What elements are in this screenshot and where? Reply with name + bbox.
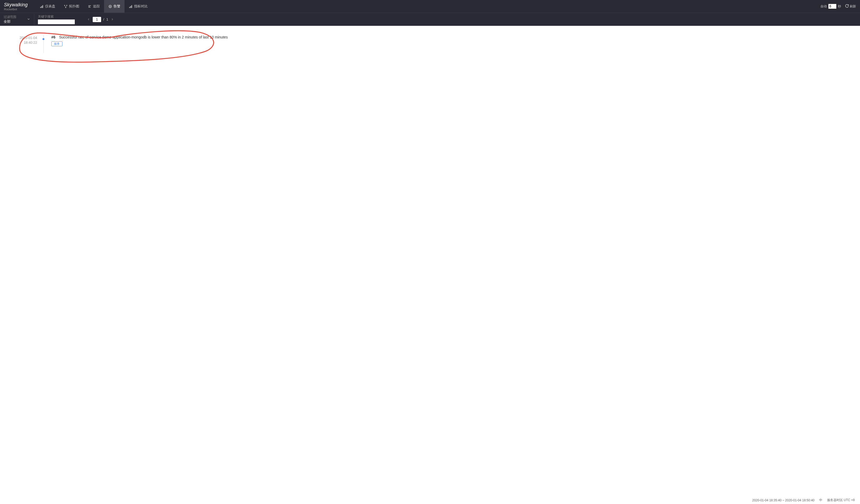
alarm-content: 2020-01-04 18:40:22 #6 Successful rate o… [0,26,860,53]
alarm-date: 2020-01-04 [11,35,37,40]
alarm-icon [108,4,112,8]
alarm-body: #6 Successful rate of service demo-appli… [46,35,849,46]
refresh-label: 刷新 [850,4,856,9]
header-right: 自动 秒 刷新 [820,4,856,9]
nav-label: 指标对比 [134,4,148,9]
logo: Skywalking Rocketbot [4,2,30,11]
keyword-input[interactable] [38,19,75,24]
keyword-search: 关键字搜索 [34,13,78,26]
compare-icon [129,4,132,8]
filter-scope-dropdown[interactable]: 过滤范围 全部 [0,13,34,25]
keyword-label: 关键字搜索 [38,14,75,19]
pagination: / 1 [86,17,115,22]
chart-bar-icon [40,4,43,8]
logo-title: Skywalking [4,2,28,8]
chevron-down-icon [27,17,30,21]
svg-point-4 [110,6,110,6]
page-current-input[interactable] [93,17,101,22]
filter-scope-label: 过滤范围 [4,15,16,19]
trace-icon [88,4,91,8]
page-prev-button[interactable] [86,17,90,21]
nav-alarm[interactable]: 告警 [104,0,125,13]
alarm-message: Successful rate of service demo-applicat… [59,35,228,39]
refresh-button[interactable]: 刷新 [845,4,856,9]
alarm-title: #6 Successful rate of service demo-appli… [51,35,849,39]
nav-label: 仪表盘 [45,4,55,9]
page-total: 1 [106,17,108,21]
alarm-row[interactable]: 2020-01-04 18:40:22 #6 Successful rate o… [11,35,849,46]
alarm-tag: 服务 [51,41,62,46]
topology-icon [64,4,68,8]
auto-seconds-input[interactable] [828,4,836,9]
timeline-dot-icon [43,38,44,40]
nav-label: 拓扑图 [69,4,79,9]
nav-label: 告警 [114,4,120,9]
nav-metrics-compare[interactable]: 指标对比 [125,0,152,13]
timeline [41,35,46,46]
nav-topology[interactable]: 拓扑图 [59,0,84,13]
sub-header: 过滤范围 全部 关键字搜索 / 1 [0,13,860,26]
alarm-number: #6 [51,35,56,39]
alarm-timestamp: 2020-01-04 18:40:22 [11,35,41,46]
alarm-time: 18:40:22 [11,40,37,45]
logo-subtitle: Rocketbot [4,8,28,11]
nav-label: 追踪 [93,4,100,9]
filter-scope-value: 全部 [4,19,16,24]
top-header: Skywalking Rocketbot 仪表盘 拓扑图 追踪 告警 指标对比 [0,0,860,13]
nav-trace[interactable]: 追踪 [84,0,104,13]
nav-dashboard[interactable]: 仪表盘 [35,0,59,13]
page-next-button[interactable] [110,17,115,21]
page-separator: / [103,17,104,21]
auto-label: 自动 [820,4,827,9]
refresh-icon [845,4,849,9]
seconds-label: 秒 [838,4,841,9]
